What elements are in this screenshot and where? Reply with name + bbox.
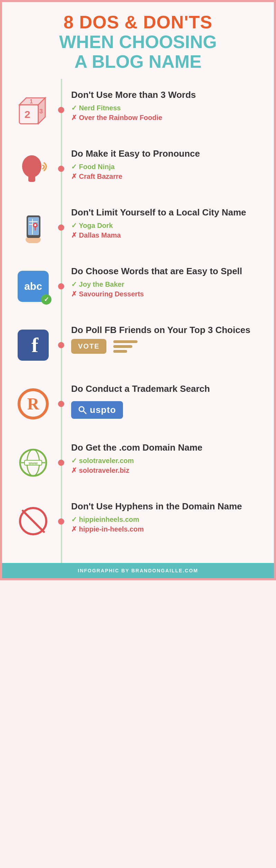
header-line1: 8 DOS & DON'TS (9, 12, 267, 32)
timeline-dot (58, 283, 64, 289)
no-hyphen-icon (19, 507, 48, 536)
content-col: Do Conduct a Trademark Search uspto (71, 383, 267, 419)
registered-icon: R (18, 388, 49, 419)
good-example: solotraveler.com (71, 456, 267, 465)
icon-col-5: f (9, 324, 57, 366)
good-example: Yoga Dork (71, 221, 267, 230)
content-col: Do Poll FB Friends on Your Top 3 Choices… (71, 324, 267, 354)
infographic-container: 8 DOS & DON'TS WHEN CHOOSING A BLOG NAME… (0, 0, 276, 580)
icon-col-3 (9, 207, 57, 248)
uspto-badge: uspto (71, 401, 123, 419)
content-col: Don't Limit Yourself to a Local City Nam… (71, 207, 267, 241)
list-item: www Do Get the .com Domain Name solotrav… (2, 435, 274, 490)
timeline-dot (58, 342, 64, 348)
poll-lines-icon (113, 340, 137, 353)
item-title: Don't Use More than 3 Words (71, 89, 267, 101)
bad-example: solotraveler.biz (71, 466, 267, 474)
timeline-dot (58, 224, 64, 231)
list-item: f Do Poll FB Friends on Your Top 3 Choic… (2, 317, 274, 373)
www-globe-icon: www (18, 447, 49, 478)
item-title: Do Get the .com Domain Name (71, 442, 267, 453)
uspto-text: uspto (90, 405, 116, 415)
timeline-dot (58, 107, 64, 113)
content-col: Don't Use Hyphens in the Domain Name hip… (71, 501, 267, 535)
bad-example: Craft Bazarre (71, 172, 267, 181)
footer-text: INFOGRAPHIC BY BRANDONGAILLE.COM (78, 568, 198, 573)
svg-line-24 (23, 511, 44, 532)
poll-line-1 (113, 340, 137, 343)
item-title: Do Choose Words that are Easy to Spell (71, 266, 267, 277)
phone-map-icon (20, 212, 46, 243)
icon-col-2 (9, 148, 57, 190)
icon-col-4: abc ✓ (9, 266, 57, 307)
icon-col-6: R (9, 383, 57, 425)
good-example: hippieinheels.com (71, 515, 267, 524)
search-icon (78, 406, 87, 415)
footer: INFOGRAPHIC BY BRANDONGAILLE.COM (2, 563, 274, 578)
timeline-dot (58, 518, 64, 525)
cube-icon: 2 1 3 (18, 94, 49, 126)
svg-text:1: 1 (30, 99, 33, 104)
bad-example: Over the Rainbow Foodie (71, 113, 267, 122)
vote-area: VOTE (71, 339, 267, 354)
icon-col-7: www (9, 442, 57, 483)
check-badge: ✓ (41, 294, 51, 305)
svg-point-6 (22, 155, 41, 177)
content-col: Do Choose Words that are Easy to Spell J… (71, 266, 267, 300)
bad-example: hippie-in-heels.com (71, 525, 267, 533)
bad-example: Dallas Mama (71, 231, 267, 239)
list-item: R Do Conduct a Trademark Search uspto (2, 376, 274, 432)
vote-box: VOTE (71, 339, 106, 354)
item-title: Do Conduct a Trademark Search (71, 383, 267, 395)
fb-letter: f (31, 335, 38, 355)
svg-point-15 (34, 224, 36, 226)
svg-rect-7 (28, 176, 35, 182)
svg-text:www: www (28, 461, 38, 465)
svg-text:2: 2 (25, 109, 30, 120)
facebook-icon: f (18, 330, 49, 361)
poll-line-2 (113, 345, 132, 348)
timeline-dot (58, 460, 64, 466)
poll-line-3 (113, 350, 127, 353)
svg-text:3: 3 (39, 108, 43, 115)
item-title: Do Poll FB Friends on Your Top 3 Choices (71, 324, 267, 336)
icon-col-8 (9, 501, 57, 542)
svg-line-17 (83, 411, 86, 414)
abc-text: abc (24, 281, 42, 292)
good-example: Food Ninja (71, 163, 267, 171)
list-item: Do Make it Easy to Pronounce Food Ninja … (2, 141, 274, 196)
content-col: Do Make it Easy to Pronounce Food Ninja … (71, 148, 267, 182)
list-item: Don't Limit Yourself to a Local City Nam… (2, 200, 274, 255)
timeline-dot (58, 401, 64, 407)
item-title: Don't Limit Yourself to a Local City Nam… (71, 207, 267, 218)
item-title: Do Make it Easy to Pronounce (71, 148, 267, 159)
icon-col-1: 2 1 3 (9, 89, 57, 131)
list-item: abc ✓ Do Choose Words that are Easy to S… (2, 259, 274, 314)
list-item: Don't Use Hyphens in the Domain Name hip… (2, 494, 274, 549)
speaking-head-icon (19, 153, 48, 184)
bad-example: Savouring Desserts (71, 290, 267, 298)
header-line3: A BLOG NAME (9, 52, 267, 72)
timeline: 2 1 3 Don't Use More than 3 Words Nerd F… (2, 79, 274, 563)
good-example: Nerd Fitness (71, 104, 267, 112)
list-item: 2 1 3 Don't Use More than 3 Words Nerd F… (2, 82, 274, 138)
good-example: Joy the Baker (71, 280, 267, 288)
abc-icon: abc ✓ (18, 271, 49, 302)
header-line2: WHEN CHOOSING (9, 32, 267, 52)
content-col: Don't Use More than 3 Words Nerd Fitness… (71, 89, 267, 123)
item-title: Don't Use Hyphens in the Domain Name (71, 501, 267, 512)
content-col: Do Get the .com Domain Name solotraveler… (71, 442, 267, 476)
timeline-dot (58, 166, 64, 172)
header: 8 DOS & DON'TS WHEN CHOOSING A BLOG NAME (2, 2, 274, 79)
